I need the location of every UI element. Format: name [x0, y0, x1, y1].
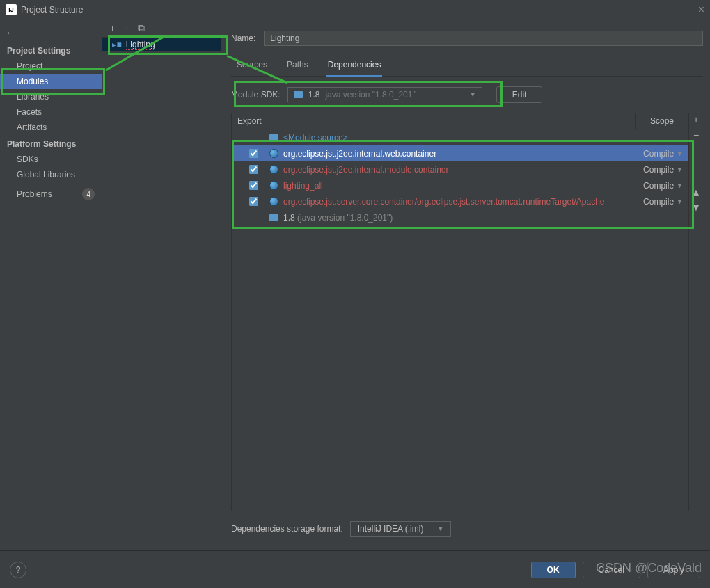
name-label: Name: [231, 33, 255, 43]
cancel-button[interactable]: Cancel [583, 562, 640, 578]
dependencies-table: Export Scope <Module source>org.eclipse.… [231, 113, 689, 511]
sidebar-item-global-libraries[interactable]: Global Libraries [0, 167, 102, 182]
window-title: Project Structure [21, 5, 83, 15]
sidebar-item-sdks[interactable]: SDKs [0, 152, 102, 167]
table-header: Export Scope [232, 113, 688, 129]
module-sdk-select[interactable]: 1.8 java version "1.8.0_201" ▼ [287, 87, 482, 102]
move-down-icon[interactable]: ▼ [691, 202, 701, 213]
nav-back-icon[interactable]: ← [6, 27, 15, 38]
export-checkbox[interactable] [249, 165, 258, 174]
module-list: + − ⧉ ▸■ Lighting [102, 19, 221, 546]
sidebar-item-modules[interactable]: Modules [0, 74, 102, 89]
table-row[interactable]: org.eclipse.jst.j2ee.internal.web.contai… [232, 145, 688, 161]
dep-name: org.eclipse.jst.j2ee.internal.module.con… [283, 165, 634, 175]
globe-icon [269, 197, 278, 206]
remove-dep-icon[interactable]: − [693, 129, 699, 141]
nav-forward-icon[interactable]: → [22, 27, 32, 38]
tab-dependencies[interactable]: Dependencies [326, 56, 383, 77]
move-up-icon[interactable]: ▲ [691, 186, 701, 198]
main-area: ← → Project Settings Project Modules Lib… [0, 19, 710, 546]
scope-cell[interactable]: Compile▼ [634, 197, 683, 207]
dep-name: 1.8 (java version "1.8.0_201") [283, 213, 634, 223]
dep-name: org.eclipse.jst.j2ee.internal.web.contai… [283, 149, 634, 159]
tab-paths[interactable]: Paths [285, 56, 310, 76]
sidebar-heading-project: Project Settings [0, 42, 102, 58]
module-name-input[interactable] [264, 31, 703, 46]
sidebar-heading-platform: Platform Settings [0, 135, 102, 152]
edit-sdk-button[interactable]: Edit [496, 86, 543, 103]
copy-icon[interactable]: ⧉ [138, 22, 145, 34]
scope-cell[interactable]: Compile▼ [634, 181, 683, 191]
module-tree-item[interactable]: ▸■ Lighting [102, 38, 221, 51]
problems-count-badge: 4 [82, 188, 95, 200]
col-export[interactable]: Export [232, 113, 636, 129]
help-button[interactable]: ? [10, 562, 26, 578]
app-icon: IJ [6, 4, 17, 15]
sidebar: ← → Project Settings Project Modules Lib… [0, 19, 102, 546]
chevron-down-icon: ▼ [437, 525, 443, 532]
tabs: Sources Paths Dependencies [231, 56, 703, 77]
problems-label: Problems [17, 189, 52, 199]
content: Name: Sources Paths Dependencies Module … [221, 19, 710, 546]
dep-name: org.eclipse.jst.server.core.container/or… [283, 197, 634, 207]
storage-format-value: IntelliJ IDEA (.iml) [358, 524, 424, 534]
sidebar-item-artifacts[interactable]: Artifacts [0, 120, 102, 135]
sidebar-item-facets[interactable]: Facets [0, 104, 102, 120]
globe-icon [269, 165, 278, 174]
table-rows: <Module source>org.eclipse.jst.j2ee.inte… [232, 129, 688, 511]
export-checkbox[interactable] [249, 149, 258, 158]
storage-format-select[interactable]: IntelliJ IDEA (.iml) ▼ [350, 521, 452, 537]
export-checkbox[interactable] [249, 181, 258, 190]
table-row[interactable]: lighting_allCompile▼ [232, 177, 688, 193]
chevron-down-icon: ▼ [470, 91, 476, 98]
table-row[interactable]: 1.8 (java version "1.8.0_201") [232, 209, 688, 225]
bottom-bar: ? OK Cancel Apply [0, 550, 710, 588]
globe-icon [269, 149, 278, 158]
module-toolbar: + − ⧉ [102, 19, 221, 38]
dep-name: <Module source> [283, 133, 634, 143]
scope-cell[interactable]: Compile▼ [634, 165, 683, 175]
sidebar-item-libraries[interactable]: Libraries [0, 89, 102, 104]
table-row[interactable]: org.eclipse.jst.server.core.container/or… [232, 193, 688, 209]
sdk-version: 1.8 [308, 90, 320, 100]
module-sdk-label: Module SDK: [231, 90, 281, 100]
globe-icon [269, 181, 278, 190]
close-icon[interactable]: × [698, 3, 704, 16]
storage-format-label: Dependencies storage format: [231, 524, 343, 534]
folder-icon [269, 134, 278, 141]
dep-name: lighting_all [283, 181, 634, 191]
add-dep-icon[interactable]: + [693, 114, 699, 125]
sdk-folder-icon [294, 91, 303, 98]
col-scope[interactable]: Scope [636, 113, 688, 129]
apply-button[interactable]: Apply [647, 562, 700, 578]
scope-cell[interactable]: Compile▼ [634, 149, 683, 159]
ok-button[interactable]: OK [531, 562, 576, 578]
export-checkbox[interactable] [249, 197, 258, 206]
table-row[interactable]: <Module source> [232, 129, 688, 145]
sidebar-item-project[interactable]: Project [0, 58, 102, 74]
add-icon[interactable]: + [109, 23, 115, 34]
titlebar: IJ Project Structure × [0, 0, 710, 19]
sdk-detail: java version "1.8.0_201" [325, 90, 415, 100]
folder-icon: ▸■ [112, 40, 121, 49]
sidebar-item-problems[interactable]: Problems 4 [0, 182, 102, 203]
remove-icon[interactable]: − [124, 23, 129, 34]
table-row[interactable]: org.eclipse.jst.j2ee.internal.module.con… [232, 161, 688, 177]
folder-icon [269, 214, 278, 221]
table-side-buttons: + − ▲ ▼ [689, 113, 703, 511]
